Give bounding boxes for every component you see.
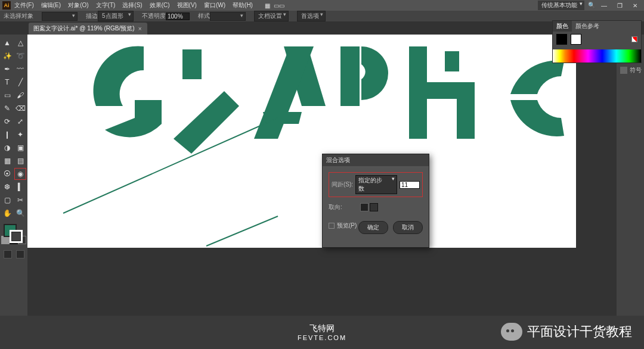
document-tabs: 图案文字设计.ai* @ 119% (RGB/预览) × (0, 21, 644, 35)
zoom-level[interactable]: 119% (31, 331, 54, 337)
menu-view[interactable]: 视图(V) (177, 1, 197, 10)
document-tab-title: 图案文字设计.ai* @ 119% (RGB/预览) (33, 24, 135, 33)
color-swatch-black[interactable] (556, 34, 567, 45)
svg-marker-1 (174, 91, 239, 154)
tool-selection[interactable]: ▲ (1, 37, 13, 49)
tool-shape-builder[interactable]: ◑ (1, 142, 13, 154)
window-close[interactable]: ✕ (628, 2, 642, 9)
ok-button[interactable]: 确定 (358, 221, 388, 234)
menu-bar: Ai 文件(F) 编辑(E) 对象(O) 文字(T) 选择(S) 效果(C) 视… (0, 0, 644, 11)
scroll-right-icon[interactable]: ▶ (637, 331, 642, 337)
tool-pencil[interactable]: ✎ (1, 102, 13, 114)
tool-symbol-sprayer[interactable]: ❆ (1, 181, 13, 193)
color-spectrum[interactable] (553, 49, 641, 63)
status-nav-prev-icon[interactable]: ◀ (57, 331, 62, 337)
menu-object[interactable]: 对象(O) (68, 1, 88, 10)
bridge-icon[interactable]: ▦ (265, 2, 270, 9)
workspace-switcher[interactable]: 传统基本功能 ▾ (538, 1, 584, 10)
options-bar: 未选择对象 描边 5点圆形 不透明度 样式 文档设置 首选项 (0, 11, 644, 21)
blend-options-dialog: 混合选项 间距(S): 指定的步数 取向: 预览(P) 确定 取消 (322, 154, 429, 248)
screen-mode-buttons (1, 250, 26, 258)
stroke-swatch[interactable] (10, 230, 23, 243)
svg-rect-5 (340, 46, 360, 106)
screen-mode-normal[interactable] (4, 250, 12, 258)
stroke-weight-dropdown[interactable]: 5点圆形 (98, 11, 134, 21)
tool-paintbrush[interactable]: 🖌 (14, 89, 26, 101)
document-tab[interactable]: 图案文字设计.ai* @ 119% (RGB/预览) × (29, 23, 147, 35)
tool-pen[interactable]: ✒ (1, 63, 13, 75)
svg-rect-9 (445, 51, 459, 71)
window-restore[interactable]: ❐ (613, 2, 626, 9)
tool-rectangle[interactable]: ▭ (1, 89, 13, 101)
orientation-label: 取向: (329, 203, 342, 211)
toolbox: ▲ △ ✨ ➰ ✒ 〰 T ╱ ▭ 🖌 ✎ ⌫ ⟳ ⤢ ❙ ✦ ◑ ▣ ▦ ▤ … (0, 35, 27, 349)
menu-edit[interactable]: 编辑(E) (41, 1, 61, 10)
tool-line[interactable]: ╱ (14, 76, 26, 88)
app-logo: Ai (2, 1, 11, 10)
status-bar: 119% ◀ ▶ ▶ (27, 329, 644, 338)
svg-line-10 (63, 118, 278, 213)
tool-eraser[interactable]: ⌫ (14, 102, 26, 114)
menu-window[interactable]: 窗口(W) (204, 1, 225, 10)
tool-rotate[interactable]: ⟳ (1, 116, 13, 127)
tool-hand[interactable]: ✋ (1, 207, 13, 219)
tool-direct-selection[interactable]: △ (14, 37, 26, 49)
arrange-icon[interactable]: ▭▭ (274, 2, 284, 9)
orient-align-page-icon[interactable] (360, 203, 369, 211)
color-panel[interactable]: 颜色 颜色参考 (552, 20, 642, 63)
orientation-row: 取向: (329, 203, 423, 211)
tool-blend[interactable]: ◉ (14, 168, 26, 180)
spacing-label: 间距(S): (332, 180, 353, 189)
menu-select[interactable]: 选择(S) (122, 1, 142, 10)
color-panel-tabs: 颜色 颜色参考 (553, 21, 641, 32)
search-icon[interactable]: 🔍 (588, 2, 595, 9)
fill-dropdown[interactable] (42, 12, 78, 21)
tool-type[interactable]: T (1, 76, 13, 88)
spacing-steps-input[interactable] (400, 181, 420, 189)
tool-free-transform[interactable]: ✦ (14, 129, 26, 141)
cancel-button[interactable]: 取消 (393, 221, 423, 234)
tool-artboard[interactable]: ▢ (1, 194, 13, 206)
menu-effect[interactable]: 效果(C) (150, 1, 170, 10)
dialog-title: 混合选项 (323, 154, 429, 166)
svg-rect-8 (409, 82, 475, 99)
orient-align-path-icon[interactable] (370, 203, 378, 211)
menu-file[interactable]: 文件(F) (14, 1, 34, 10)
style-dropdown[interactable] (210, 12, 246, 21)
color-none-icon[interactable] (631, 36, 637, 42)
tool-perspective[interactable]: ▣ (14, 142, 26, 154)
tool-column-graph[interactable]: ▍ (14, 181, 26, 193)
window-minimize[interactable]: — (597, 2, 611, 9)
preferences-button[interactable]: 首选项 (297, 11, 326, 21)
stroke-label: 描边 (86, 12, 98, 20)
color-swatch-white[interactable] (571, 34, 581, 45)
status-nav-next-icon[interactable]: ▶ (64, 331, 69, 337)
tool-scale[interactable]: ⤢ (14, 116, 26, 127)
workspace-label: 传统基本功能 (541, 2, 577, 8)
menu-type[interactable]: 文字(T) (96, 1, 116, 10)
tool-curvature[interactable]: 〰 (14, 63, 26, 75)
tool-zoom[interactable]: 🔍 (14, 207, 26, 219)
tool-magic-wand[interactable]: ✨ (1, 50, 13, 62)
tool-slice[interactable]: ✂ (14, 194, 26, 206)
tool-gradient[interactable]: ▤ (14, 155, 26, 167)
spacing-row: 间距(S): 指定的步数 (329, 172, 423, 197)
screen-mode-full[interactable] (16, 250, 24, 258)
tool-eyedropper[interactable]: ⦿ (1, 168, 13, 180)
no-selection-label: 未选择对象 (4, 12, 33, 20)
doc-setup-button[interactable]: 文档设置 (254, 11, 289, 21)
tool-lasso[interactable]: ➰ (14, 50, 26, 62)
tool-width[interactable]: ❙ (1, 129, 13, 141)
tool-mesh[interactable]: ▦ (1, 155, 13, 167)
preview-checkbox[interactable]: 预览(P) (329, 222, 357, 230)
close-tab-icon[interactable]: × (138, 26, 142, 32)
artboard[interactable] (27, 35, 576, 248)
color-guide-tab[interactable]: 颜色参考 (572, 21, 603, 32)
opacity-input[interactable] (166, 13, 190, 20)
artwork-svg (27, 35, 576, 248)
menu-help[interactable]: 帮助(H) (233, 1, 253, 10)
color-tab[interactable]: 颜色 (553, 21, 572, 32)
fill-stroke-swatch[interactable] (1, 224, 26, 244)
spacing-mode-dropdown[interactable]: 指定的步数 (355, 175, 397, 194)
panel-symbols[interactable]: 符号 (618, 64, 643, 76)
